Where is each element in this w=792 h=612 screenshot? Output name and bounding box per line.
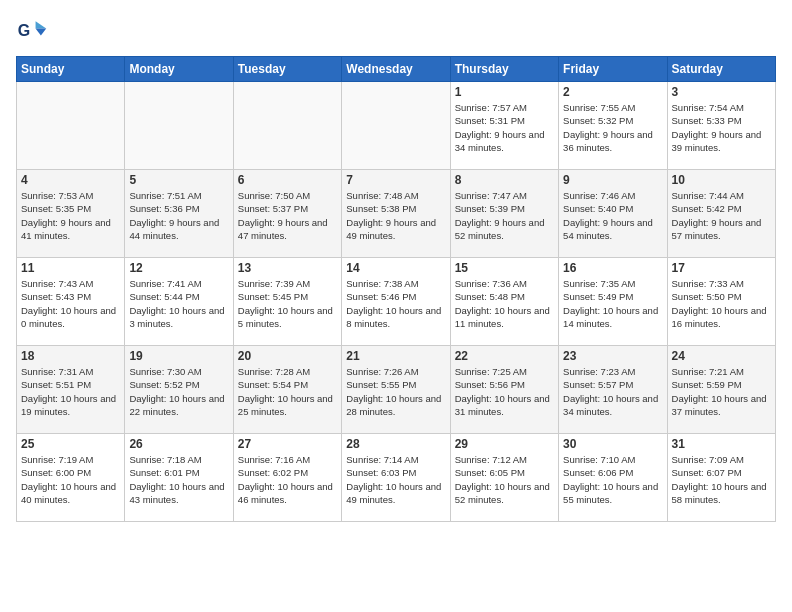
day-number: 2 xyxy=(563,85,662,99)
svg-marker-1 xyxy=(36,21,47,28)
day-number: 31 xyxy=(672,437,771,451)
day-info: Sunrise: 7:25 AMSunset: 5:56 PMDaylight:… xyxy=(455,365,554,418)
day-info: Sunrise: 7:54 AMSunset: 5:33 PMDaylight:… xyxy=(672,101,771,154)
calendar-cell: 9 Sunrise: 7:46 AMSunset: 5:40 PMDayligh… xyxy=(559,170,667,258)
calendar-cell: 6 Sunrise: 7:50 AMSunset: 5:37 PMDayligh… xyxy=(233,170,341,258)
day-info: Sunrise: 7:26 AMSunset: 5:55 PMDaylight:… xyxy=(346,365,445,418)
column-header-tuesday: Tuesday xyxy=(233,57,341,82)
day-number: 16 xyxy=(563,261,662,275)
calendar-cell: 10 Sunrise: 7:44 AMSunset: 5:42 PMDaylig… xyxy=(667,170,775,258)
day-info: Sunrise: 7:50 AMSunset: 5:37 PMDaylight:… xyxy=(238,189,337,242)
calendar-week-4: 18 Sunrise: 7:31 AMSunset: 5:51 PMDaylig… xyxy=(17,346,776,434)
calendar-cell xyxy=(17,82,125,170)
day-info: Sunrise: 7:28 AMSunset: 5:54 PMDaylight:… xyxy=(238,365,337,418)
svg-marker-2 xyxy=(36,28,47,35)
day-number: 8 xyxy=(455,173,554,187)
calendar-cell: 8 Sunrise: 7:47 AMSunset: 5:39 PMDayligh… xyxy=(450,170,558,258)
day-number: 22 xyxy=(455,349,554,363)
day-info: Sunrise: 7:21 AMSunset: 5:59 PMDaylight:… xyxy=(672,365,771,418)
day-info: Sunrise: 7:35 AMSunset: 5:49 PMDaylight:… xyxy=(563,277,662,330)
day-number: 30 xyxy=(563,437,662,451)
day-number: 29 xyxy=(455,437,554,451)
day-info: Sunrise: 7:51 AMSunset: 5:36 PMDaylight:… xyxy=(129,189,228,242)
day-info: Sunrise: 7:18 AMSunset: 6:01 PMDaylight:… xyxy=(129,453,228,506)
day-info: Sunrise: 7:09 AMSunset: 6:07 PMDaylight:… xyxy=(672,453,771,506)
calendar-cell: 24 Sunrise: 7:21 AMSunset: 5:59 PMDaylig… xyxy=(667,346,775,434)
day-number: 6 xyxy=(238,173,337,187)
day-info: Sunrise: 7:36 AMSunset: 5:48 PMDaylight:… xyxy=(455,277,554,330)
column-header-monday: Monday xyxy=(125,57,233,82)
day-number: 5 xyxy=(129,173,228,187)
day-number: 3 xyxy=(672,85,771,99)
day-number: 19 xyxy=(129,349,228,363)
calendar-cell: 3 Sunrise: 7:54 AMSunset: 5:33 PMDayligh… xyxy=(667,82,775,170)
column-header-thursday: Thursday xyxy=(450,57,558,82)
calendar-cell: 28 Sunrise: 7:14 AMSunset: 6:03 PMDaylig… xyxy=(342,434,450,522)
calendar-body: 1 Sunrise: 7:57 AMSunset: 5:31 PMDayligh… xyxy=(17,82,776,522)
day-number: 12 xyxy=(129,261,228,275)
calendar-cell: 22 Sunrise: 7:25 AMSunset: 5:56 PMDaylig… xyxy=(450,346,558,434)
day-info: Sunrise: 7:33 AMSunset: 5:50 PMDaylight:… xyxy=(672,277,771,330)
day-number: 4 xyxy=(21,173,120,187)
day-number: 10 xyxy=(672,173,771,187)
calendar-cell xyxy=(342,82,450,170)
calendar-cell: 23 Sunrise: 7:23 AMSunset: 5:57 PMDaylig… xyxy=(559,346,667,434)
calendar-cell: 25 Sunrise: 7:19 AMSunset: 6:00 PMDaylig… xyxy=(17,434,125,522)
column-header-wednesday: Wednesday xyxy=(342,57,450,82)
day-number: 11 xyxy=(21,261,120,275)
day-info: Sunrise: 7:23 AMSunset: 5:57 PMDaylight:… xyxy=(563,365,662,418)
day-number: 13 xyxy=(238,261,337,275)
calendar-cell: 15 Sunrise: 7:36 AMSunset: 5:48 PMDaylig… xyxy=(450,258,558,346)
calendar-cell: 19 Sunrise: 7:30 AMSunset: 5:52 PMDaylig… xyxy=(125,346,233,434)
day-number: 18 xyxy=(21,349,120,363)
day-number: 17 xyxy=(672,261,771,275)
day-info: Sunrise: 7:10 AMSunset: 6:06 PMDaylight:… xyxy=(563,453,662,506)
day-info: Sunrise: 7:31 AMSunset: 5:51 PMDaylight:… xyxy=(21,365,120,418)
calendar-cell: 12 Sunrise: 7:41 AMSunset: 5:44 PMDaylig… xyxy=(125,258,233,346)
calendar-cell: 31 Sunrise: 7:09 AMSunset: 6:07 PMDaylig… xyxy=(667,434,775,522)
day-info: Sunrise: 7:19 AMSunset: 6:00 PMDaylight:… xyxy=(21,453,120,506)
day-info: Sunrise: 7:41 AMSunset: 5:44 PMDaylight:… xyxy=(129,277,228,330)
column-header-saturday: Saturday xyxy=(667,57,775,82)
logo: G xyxy=(16,16,52,48)
calendar-cell: 30 Sunrise: 7:10 AMSunset: 6:06 PMDaylig… xyxy=(559,434,667,522)
day-info: Sunrise: 7:44 AMSunset: 5:42 PMDaylight:… xyxy=(672,189,771,242)
calendar-cell: 27 Sunrise: 7:16 AMSunset: 6:02 PMDaylig… xyxy=(233,434,341,522)
day-info: Sunrise: 7:12 AMSunset: 6:05 PMDaylight:… xyxy=(455,453,554,506)
day-number: 26 xyxy=(129,437,228,451)
day-info: Sunrise: 7:14 AMSunset: 6:03 PMDaylight:… xyxy=(346,453,445,506)
day-info: Sunrise: 7:38 AMSunset: 5:46 PMDaylight:… xyxy=(346,277,445,330)
day-info: Sunrise: 7:47 AMSunset: 5:39 PMDaylight:… xyxy=(455,189,554,242)
calendar-cell xyxy=(125,82,233,170)
day-number: 25 xyxy=(21,437,120,451)
day-info: Sunrise: 7:55 AMSunset: 5:32 PMDaylight:… xyxy=(563,101,662,154)
day-info: Sunrise: 7:43 AMSunset: 5:43 PMDaylight:… xyxy=(21,277,120,330)
day-number: 23 xyxy=(563,349,662,363)
calendar-cell: 5 Sunrise: 7:51 AMSunset: 5:36 PMDayligh… xyxy=(125,170,233,258)
calendar-cell: 16 Sunrise: 7:35 AMSunset: 5:49 PMDaylig… xyxy=(559,258,667,346)
day-info: Sunrise: 7:16 AMSunset: 6:02 PMDaylight:… xyxy=(238,453,337,506)
calendar-week-2: 4 Sunrise: 7:53 AMSunset: 5:35 PMDayligh… xyxy=(17,170,776,258)
day-number: 20 xyxy=(238,349,337,363)
calendar-cell: 14 Sunrise: 7:38 AMSunset: 5:46 PMDaylig… xyxy=(342,258,450,346)
calendar-cell: 29 Sunrise: 7:12 AMSunset: 6:05 PMDaylig… xyxy=(450,434,558,522)
calendar-week-3: 11 Sunrise: 7:43 AMSunset: 5:43 PMDaylig… xyxy=(17,258,776,346)
day-number: 14 xyxy=(346,261,445,275)
day-number: 15 xyxy=(455,261,554,275)
day-number: 28 xyxy=(346,437,445,451)
column-header-sunday: Sunday xyxy=(17,57,125,82)
calendar-cell: 17 Sunrise: 7:33 AMSunset: 5:50 PMDaylig… xyxy=(667,258,775,346)
calendar-cell xyxy=(233,82,341,170)
calendar-cell: 18 Sunrise: 7:31 AMSunset: 5:51 PMDaylig… xyxy=(17,346,125,434)
day-info: Sunrise: 7:39 AMSunset: 5:45 PMDaylight:… xyxy=(238,277,337,330)
column-header-friday: Friday xyxy=(559,57,667,82)
calendar-cell: 26 Sunrise: 7:18 AMSunset: 6:01 PMDaylig… xyxy=(125,434,233,522)
day-number: 21 xyxy=(346,349,445,363)
svg-text:G: G xyxy=(18,22,30,39)
calendar-week-5: 25 Sunrise: 7:19 AMSunset: 6:00 PMDaylig… xyxy=(17,434,776,522)
calendar-cell: 11 Sunrise: 7:43 AMSunset: 5:43 PMDaylig… xyxy=(17,258,125,346)
calendar-cell: 20 Sunrise: 7:28 AMSunset: 5:54 PMDaylig… xyxy=(233,346,341,434)
day-info: Sunrise: 7:53 AMSunset: 5:35 PMDaylight:… xyxy=(21,189,120,242)
logo-icon: G xyxy=(16,16,48,48)
calendar-cell: 21 Sunrise: 7:26 AMSunset: 5:55 PMDaylig… xyxy=(342,346,450,434)
